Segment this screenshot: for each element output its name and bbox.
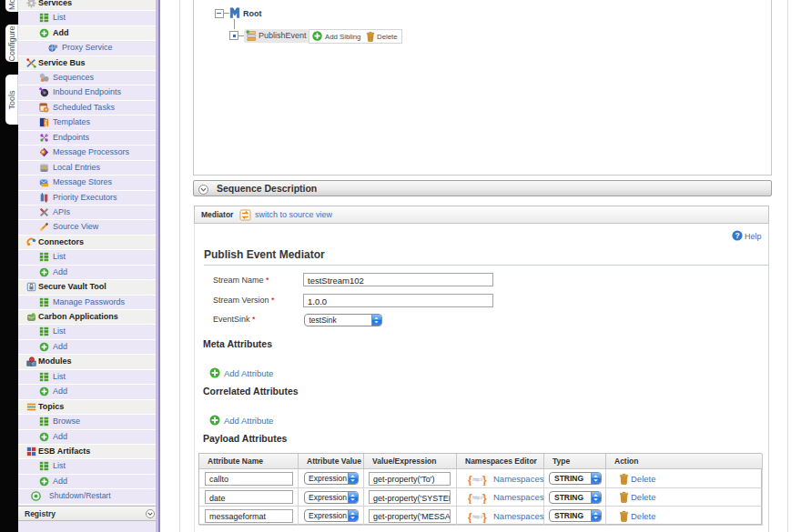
svg-text:?: ? (735, 231, 739, 240)
svg-text:http://: http:// (472, 496, 483, 500)
svg-text:}: } (482, 512, 487, 523)
svg-text:http://: http:// (472, 515, 483, 519)
svg-text:}: } (482, 493, 487, 504)
svg-text:{: { (468, 493, 472, 504)
svg-text:http://: http:// (472, 477, 483, 482)
svg-text:{: { (468, 475, 472, 486)
svg-text:{: { (45, 119, 47, 127)
svg-text:{: { (468, 512, 472, 523)
svg-text:}: } (482, 475, 487, 486)
